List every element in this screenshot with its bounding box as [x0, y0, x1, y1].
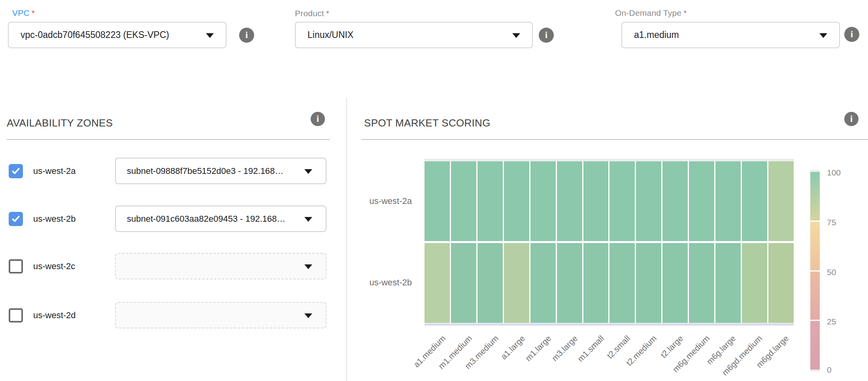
colorbar-tick-label-75: 75 — [827, 218, 836, 227]
on-demand-type-required-asterisk: * — [683, 8, 687, 17]
heatmap-cell-us-west-2a-t2.small — [609, 161, 635, 241]
az-zone-label: us-west-2a — [33, 166, 76, 176]
heatmap-row-label-us-west-2b: us-west-2b — [337, 277, 412, 288]
heatmap-top-border — [425, 159, 794, 161]
heatmap — [425, 161, 794, 323]
az-subnet-value: subnet-09888f7be5152d0e3 - 192.168… — [127, 166, 283, 176]
heatmap-cell-us-west-2a-m6gd.medium — [742, 161, 767, 241]
heatmap-cell-us-west-2a-m1.small — [583, 161, 609, 241]
heatmap-cell-us-west-2a-m3.medium — [477, 161, 503, 241]
vpc-required-asterisk: * — [32, 8, 35, 17]
heatmap-cell-us-west-2b-m3.medium — [477, 243, 503, 323]
spot-market-scoring-info-icon[interactable]: i — [844, 112, 859, 126]
availability-zones-title: AVAILABILITY ZONES — [7, 117, 113, 129]
colorbar-bottom-cap — [810, 370, 820, 372]
vpc-select[interactable]: vpc-0adcb70f645508223 (EKS-VPC) — [8, 22, 226, 48]
heatmap-cell-us-west-2b-t2.small — [609, 243, 635, 323]
colorbar-tick-label-0: 0 — [827, 365, 832, 375]
chevron-down-icon — [304, 264, 312, 269]
az-checkbox-us-west-2d[interactable] — [9, 308, 23, 323]
az-subnet-select-us-west-2b[interactable]: subnet-091c603aa82e09453 - 192.168… — [115, 206, 326, 232]
chevron-down-icon — [304, 169, 312, 174]
az-row-us-west-2b: us-west-2b subnet-091c603aa82e09453 - 19… — [0, 206, 346, 232]
checkmark-icon — [11, 214, 21, 224]
colorbar-segment-50-25 — [810, 272, 820, 320]
heatmap-cell-us-west-2a-t2.large — [662, 161, 688, 241]
az-subnet-select-us-west-2c[interactable] — [115, 253, 326, 279]
heatmap-cell-us-west-2b-m1.small — [583, 243, 609, 323]
az-checkbox-us-west-2a[interactable] — [9, 164, 23, 178]
az-checkbox-us-west-2b[interactable] — [9, 212, 23, 226]
colorbar-tick-label-100: 100 — [827, 168, 841, 177]
az-subnet-value: subnet-091c603aa82e09453 - 192.168… — [127, 214, 285, 224]
heatmap-cell-us-west-2b-m6g.medium — [689, 243, 714, 323]
heatmap-bottom-border — [425, 323, 794, 326]
product-select-value: Linux/UNIX — [308, 30, 353, 40]
vpc-label-text: VPC — [12, 8, 30, 17]
heatmap-cell-us-west-2b-a1.medium — [425, 243, 450, 323]
chevron-down-icon — [206, 33, 214, 38]
heatmap-cell-us-west-2b-m6gd.medium — [742, 243, 767, 323]
product-required-asterisk: * — [326, 9, 329, 18]
vpc-label: VPC* — [12, 8, 35, 18]
az-checkbox-us-west-2c[interactable] — [9, 259, 23, 273]
heatmap-cell-us-west-2b-m1.medium — [451, 243, 476, 323]
heatmap-row-label-us-west-2a: us-west-2a — [337, 196, 412, 206]
az-subnet-select-us-west-2a[interactable]: subnet-09888f7be5152d0e3 - 192.168… — [115, 158, 326, 184]
heatmap-cell-us-west-2a-m3.large — [557, 161, 582, 241]
spot-instance-config-screen: VPC* vpc-0adcb70f645508223 (EKS-VPC) i P… — [0, 0, 868, 381]
az-zone-label: us-west-2c — [33, 261, 75, 272]
vpc-select-value: vpc-0adcb70f645508223 (EKS-VPC) — [21, 30, 169, 40]
product-label: Product* — [295, 9, 329, 18]
on-demand-type-select[interactable]: a1.medium — [621, 22, 840, 48]
heatmap-cell-us-west-2a-m1.medium — [451, 161, 476, 241]
product-info-icon[interactable]: i — [539, 28, 554, 43]
on-demand-type-label-text: On-Demand Type — [615, 8, 681, 17]
heatmap-cell-us-west-2b-t2.medium — [636, 243, 661, 323]
heatmap-cell-us-west-2b-m6gd.large — [768, 243, 794, 323]
heatmap-cell-us-west-2b-m6g.large — [715, 243, 741, 323]
chevron-down-icon — [304, 217, 312, 222]
colorbar-segment-100-75 — [810, 172, 820, 221]
chevron-down-icon — [304, 313, 312, 318]
heatmap-cell-us-west-2a-m1.large — [530, 161, 556, 241]
az-row-us-west-2c: us-west-2c — [0, 253, 346, 279]
on-demand-type-select-value: a1.medium — [634, 30, 679, 40]
section-divider — [346, 98, 347, 381]
heatmap-cell-us-west-2a-a1.medium — [425, 161, 450, 241]
colorbar-top-cap — [810, 170, 820, 172]
product-label-text: Product — [295, 9, 324, 18]
az-row-us-west-2a: us-west-2a subnet-09888f7be5152d0e3 - 19… — [0, 158, 346, 184]
vpc-info-icon[interactable]: i — [239, 28, 254, 43]
heatmap-cell-us-west-2a-m6g.medium — [689, 161, 714, 241]
az-zone-label: us-west-2d — [33, 310, 76, 321]
heatmap-cell-us-west-2b-t2.large — [662, 243, 688, 323]
colorbar-segment-25-0 — [810, 321, 820, 370]
heatmap-cell-us-west-2a-t2.medium — [636, 161, 661, 241]
az-zone-label: us-west-2b — [33, 214, 76, 224]
chevron-down-icon — [819, 33, 827, 38]
az-subnet-select-us-west-2d[interactable] — [115, 302, 326, 328]
heatmap-cell-us-west-2b-m3.large — [557, 243, 582, 323]
heatmap-cell-us-west-2a-m6g.large — [715, 161, 741, 241]
heatmap-x-axis: a1.mediumm1.mediumm3.mediuma1.largem1.la… — [425, 330, 794, 381]
az-row-us-west-2d: us-west-2d — [0, 302, 346, 328]
on-demand-type-info-icon[interactable]: i — [844, 27, 859, 42]
colorbar-tick-label-25: 25 — [827, 317, 836, 326]
product-select[interactable]: Linux/UNIX — [295, 22, 533, 48]
availability-zones-info-icon[interactable]: i — [311, 112, 325, 126]
heatmap-cell-us-west-2b-m1.large — [530, 243, 556, 323]
checkmark-icon — [11, 166, 21, 176]
heatmap-cell-us-west-2a-m6gd.large — [768, 161, 794, 241]
spot-market-scoring-divider — [361, 139, 868, 140]
spot-market-scoring-title: SPOT MARKET SCORING — [364, 117, 491, 129]
on-demand-type-label: On-Demand Type* — [615, 8, 687, 18]
heatmap-cell-us-west-2b-a1.large — [504, 243, 529, 323]
chevron-down-icon — [512, 33, 520, 38]
heatmap-cell-us-west-2a-a1.large — [504, 161, 529, 241]
availability-zones-divider — [7, 139, 330, 140]
colorbar-segment-75-50 — [810, 222, 820, 270]
colorbar-tick-label-50: 50 — [827, 268, 836, 277]
